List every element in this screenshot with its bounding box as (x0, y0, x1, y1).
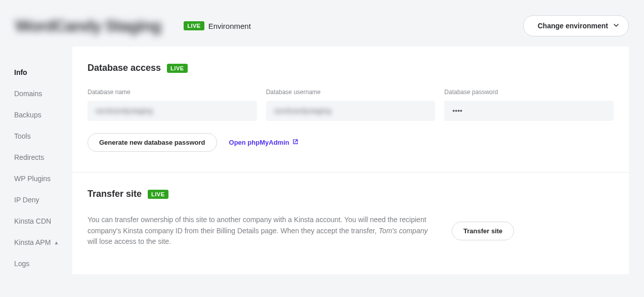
sidebar-item-domains[interactable]: Domains (14, 83, 72, 104)
sidebar-item-label: Logs (14, 260, 29, 268)
transfer-site-section: Transfer site LIVE You can transfer owne… (72, 173, 629, 268)
live-badge: LIVE (184, 21, 204, 30)
sidebar-item-info[interactable]: Info (14, 62, 72, 83)
sidebar-item-wp-plugins[interactable]: WP Plugins (14, 168, 72, 189)
sidebar-item-label: Tools (14, 132, 31, 140)
database-password-label: Database password (444, 89, 614, 96)
sidebar-item-label: Info (14, 68, 27, 76)
environment-label: Environment (208, 22, 251, 30)
sidebar-item-logs[interactable]: Logs (14, 253, 72, 274)
sidebar-item-label: Backups (14, 111, 41, 119)
chevron-down-icon (613, 22, 619, 30)
sidebar-item-ip-deny[interactable]: IP Deny (14, 189, 72, 210)
change-environment-label: Change environment (538, 22, 608, 30)
pushpin-icon: ▲ (54, 240, 59, 245)
database-password-value[interactable]: •••• (444, 101, 614, 121)
open-phpmyadmin-link[interactable]: Open phpMyAdmin (229, 139, 298, 146)
change-environment-button[interactable]: Change environment (523, 15, 629, 36)
sidebar-item-label: Kinsta CDN (14, 217, 51, 225)
transfer-site-button[interactable]: Transfer site (452, 222, 514, 240)
generate-password-button[interactable]: Generate new database password (88, 133, 217, 152)
database-username-field: Database username wordcandystaging (266, 89, 436, 121)
site-title: WordCandy Staging (15, 17, 161, 35)
sidebar: Info Domains Backups Tools Redirects WP … (0, 47, 72, 274)
sidebar-item-label: Kinsta APM (14, 238, 51, 246)
sidebar-item-backups[interactable]: Backups (14, 104, 72, 125)
database-access-section: Database access LIVE Database name wordc… (72, 47, 629, 173)
main-content: Database access LIVE Database name wordc… (72, 47, 629, 274)
live-badge: LIVE (148, 190, 168, 199)
sidebar-item-label: Redirects (14, 153, 44, 161)
external-link-icon (292, 139, 298, 146)
open-phpmyadmin-label: Open phpMyAdmin (229, 139, 289, 146)
database-name-value[interactable]: wordcandystaging (88, 101, 257, 121)
transfer-site-description: You can transfer ownership of this site … (88, 215, 432, 247)
sidebar-item-kinsta-apm[interactable]: Kinsta APM ▲ (14, 232, 72, 253)
sidebar-item-label: Domains (14, 90, 42, 98)
database-password-field: Database password •••• (444, 89, 614, 121)
database-username-value[interactable]: wordcandystaging (266, 101, 436, 121)
database-access-heading: Database access (88, 63, 161, 73)
sidebar-item-tools[interactable]: Tools (14, 125, 72, 147)
database-username-label: Database username (266, 89, 436, 96)
sidebar-item-redirects[interactable]: Redirects (14, 147, 72, 168)
sidebar-item-label: WP Plugins (14, 175, 51, 183)
sidebar-item-label: IP Deny (14, 196, 39, 204)
transfer-site-heading: Transfer site (88, 189, 142, 199)
database-name-field: Database name wordcandystaging (88, 89, 257, 121)
live-badge: LIVE (167, 64, 187, 73)
database-name-label: Database name (88, 89, 257, 96)
sidebar-item-kinsta-cdn[interactable]: Kinsta CDN (14, 210, 72, 232)
